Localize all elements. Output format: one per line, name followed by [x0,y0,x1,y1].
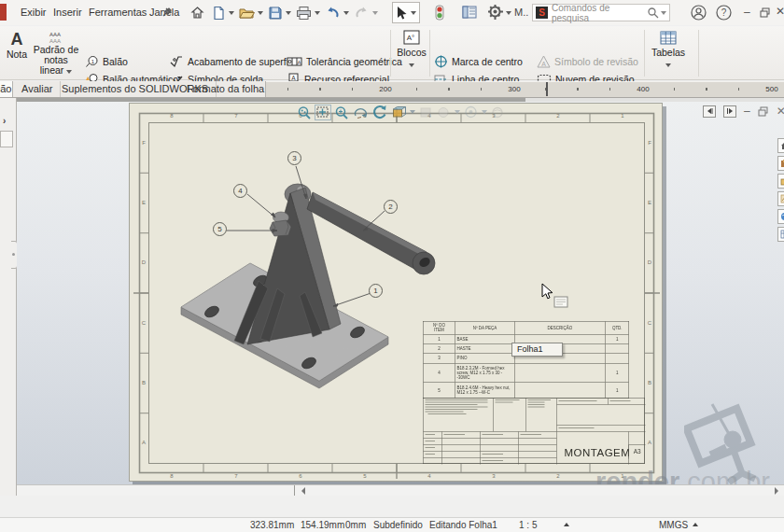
select-tool-button[interactable] [392,2,420,23]
drawing-sheet[interactable]: F E D C B A F E D C B A 8 7 6 5 4 3 2 1 [129,103,663,482]
previous-view-icon[interactable] [371,105,387,119]
hide-show-icon[interactable] [464,105,478,119]
balloon-4[interactable]: 4 [233,184,247,198]
graphics-viewport[interactable]: F E D C B A F E D C B A 8 7 6 5 4 3 2 1 [17,98,784,484]
panel-thumbnail[interactable] [0,131,13,147]
print-icon[interactable] [296,6,312,21]
balloon-2[interactable]: 2 [384,200,398,214]
note-pattern-dropdown-icon[interactable] [66,70,72,74]
bottom-scrollbar[interactable] [17,484,784,496]
menu-inserir[interactable]: Inserir [53,7,82,18]
bom-table[interactable]: Nº DO ITEM Nº DA PEÇA DESCRIÇÃO QTD. 1 B… [423,321,629,399]
custom-properties-tab-icon[interactable] [777,227,784,242]
scale-dropdown-icon[interactable] [564,523,569,526]
open-dropdown-icon[interactable] [258,11,263,15]
balloon-5[interactable]: 5 [213,222,227,236]
doc-restore-icon[interactable] [758,106,769,117]
save-icon[interactable] [268,6,283,21]
help-icon[interactable]: ? [716,5,732,21]
bom-cell: 1 [424,335,456,344]
scroll-left-icon[interactable] [301,487,305,495]
ruler-label: 100 [265,85,271,93]
display-style-icon[interactable] [437,105,451,119]
tables-button[interactable]: Tabelas [650,30,687,69]
balloon-button[interactable]: 1 Balão [85,55,128,68]
linear-note-pattern-button[interactable]: AAAAAA Padrão de notas linear [31,30,81,76]
tables-dropdown-icon[interactable] [665,63,671,67]
user-icon[interactable] [691,5,707,21]
redo-icon[interactable] [354,6,370,20]
balloon-1[interactable]: 1 [369,284,383,298]
close-icon[interactable]: ✕ [776,5,784,18]
undo-dropdown-icon[interactable] [343,11,349,15]
zoom-area-icon[interactable] [315,105,330,119]
note-button[interactable]: A Nota [4,30,30,60]
zone-letter: C [645,320,654,326]
redo-dropdown-icon[interactable] [372,11,378,15]
save-dropdown-icon[interactable] [286,11,291,15]
new-document-icon[interactable] [212,6,226,21]
undo-icon[interactable] [325,6,341,20]
bom-cell: PINO [455,354,515,363]
svg-text:A: A [541,61,546,67]
previous-document-button[interactable] [703,105,716,118]
appearances-tab-icon[interactable] [777,209,784,224]
bom-cell [515,383,607,399]
zone-letter: B [645,380,654,385]
resources-tab-icon[interactable] [777,138,784,153]
top-scrollbar[interactable] [17,98,784,102]
section-view-icon[interactable] [391,105,406,119]
zoom-in-out-icon[interactable] [334,105,349,119]
expand-panel-chevron-icon[interactable]: › [3,116,6,126]
balloon-3[interactable]: 3 [287,151,301,165]
bom-cell [606,344,629,354]
search-input[interactable]: Comandos de pesquisa [552,3,647,23]
blocks-button[interactable]: A° Blocos [396,30,427,69]
view-settings-icon[interactable] [434,5,445,21]
design-library-tab-icon[interactable] [777,156,784,171]
print-dropdown-icon[interactable] [315,11,320,15]
toolbar-overflow[interactable]: M.. [514,7,528,18]
gear-dropdown-icon[interactable] [506,11,511,15]
bom-cell: B18.2.3.2M - Formed hex screw, M12 x 1.7… [455,364,515,383]
units-dropdown-icon[interactable] [693,523,698,526]
gear-icon[interactable] [487,4,503,20]
zoom-fit-icon[interactable] [297,105,312,119]
revision-symbol-button[interactable]: A Símbolo de revisão [537,55,638,68]
bom-cell: BASE [455,335,515,344]
geometric-tolerance-icon: A [287,55,302,67]
next-document-button[interactable] [723,105,736,118]
view-palette-tab-icon[interactable] [777,191,784,206]
display-pane-icon[interactable] [462,5,477,20]
surface-finish-button[interactable]: Acabamento de superfície [169,55,301,68]
status-scale: 1 : 5 [519,520,537,530]
new-dropdown-icon[interactable] [229,11,234,15]
zone-number: 1 [618,113,627,119]
tab-formato-da-folha[interactable]: Formato da folha [179,81,273,97]
pin-icon[interactable] [161,6,174,19]
appearances-icon[interactable] [491,105,505,119]
blocks-dropdown-icon[interactable] [409,63,414,67]
revision-symbol-icon: A [537,55,551,68]
center-mark-button[interactable]: Marca de centro [434,55,523,68]
menu-exibir[interactable]: Exibir [21,7,47,18]
balloon-icon: 1 [85,55,99,68]
restore-icon[interactable] [760,7,771,18]
open-icon[interactable] [239,6,255,20]
tab-anotacao[interactable]: Anotação [0,81,13,97]
search-icon[interactable] [647,7,659,19]
search-box[interactable]: S Comandos de pesquisa [532,4,670,21]
file-explorer-tab-icon[interactable] [777,174,784,189]
rotate-view-icon[interactable] [353,105,368,119]
scroll-right-icon[interactable] [775,487,778,495]
zone-number: 1 [618,473,627,479]
home-icon[interactable] [189,5,205,21]
view-orientation-icon[interactable] [419,105,433,119]
minimize-icon[interactable]: – [744,6,750,19]
search-dropdown-icon[interactable] [661,11,666,15]
doc-minimize-icon[interactable]: – [744,105,750,118]
solidworks-window: Exibir Inserir Ferramentas Janela [0,0,784,532]
menu-ferramentas[interactable]: Ferramentas [89,7,147,18]
geometric-tolerance-button[interactable]: A Tolerância geométrica [287,55,402,67]
doc-close-icon[interactable]: ✕ [777,105,784,118]
